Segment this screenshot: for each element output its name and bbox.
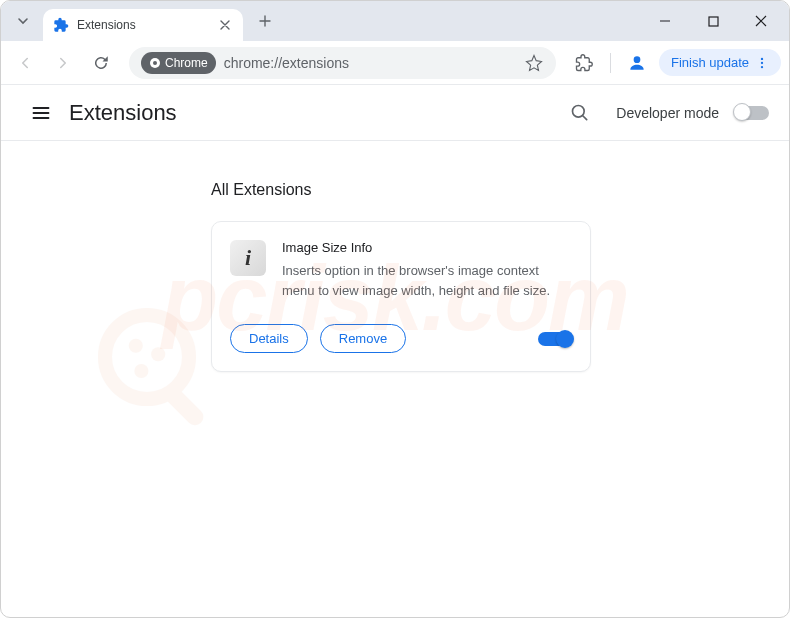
more-vert-icon xyxy=(755,56,769,70)
search-button[interactable] xyxy=(560,93,600,133)
finish-update-label: Finish update xyxy=(671,55,749,70)
profile-button[interactable] xyxy=(621,47,653,79)
extension-icon xyxy=(53,17,69,33)
svg-point-8 xyxy=(105,315,189,399)
extension-name: Image Size Info xyxy=(282,240,572,255)
chrome-icon xyxy=(149,57,161,69)
svg-point-11 xyxy=(151,347,165,361)
remove-button[interactable]: Remove xyxy=(320,324,406,353)
svg-point-10 xyxy=(129,339,143,353)
page-title: Extensions xyxy=(69,100,177,126)
url-text: chrome://extensions xyxy=(224,55,516,71)
browser-toolbar: Chrome chrome://extensions Finish update xyxy=(1,41,789,85)
close-icon xyxy=(755,15,767,27)
developer-mode-label: Developer mode xyxy=(616,105,719,121)
extension-description: Inserts option in the browser's image co… xyxy=(282,261,572,300)
hamburger-icon xyxy=(31,103,51,123)
bookmark-button[interactable] xyxy=(524,53,544,73)
close-window-button[interactable] xyxy=(741,6,781,36)
extension-item-icon: i xyxy=(230,240,266,276)
window-controls xyxy=(645,6,781,36)
close-icon xyxy=(220,20,230,30)
chrome-chip-label: Chrome xyxy=(165,56,208,70)
finish-update-button[interactable]: Finish update xyxy=(659,49,781,76)
svg-point-5 xyxy=(761,61,763,63)
extension-card: i Image Size Info Inserts option in the … xyxy=(211,221,591,372)
extensions-header: Extensions Developer mode xyxy=(1,85,789,141)
arrow-right-icon xyxy=(54,54,72,72)
menu-button[interactable] xyxy=(21,93,61,133)
minimize-button[interactable] xyxy=(645,6,685,36)
svg-point-2 xyxy=(153,61,157,65)
plus-icon xyxy=(259,15,271,27)
chrome-chip: Chrome xyxy=(141,52,216,74)
person-icon xyxy=(627,53,647,73)
svg-point-4 xyxy=(761,57,763,59)
separator xyxy=(610,53,611,73)
arrow-left-icon xyxy=(16,54,34,72)
forward-button[interactable] xyxy=(47,47,79,79)
minimize-icon xyxy=(659,15,671,27)
back-button[interactable] xyxy=(9,47,41,79)
search-icon xyxy=(570,103,590,123)
address-bar[interactable]: Chrome chrome://extensions xyxy=(129,47,556,79)
svg-rect-9 xyxy=(160,382,207,429)
reload-button[interactable] xyxy=(85,47,117,79)
developer-mode-toggle[interactable] xyxy=(735,106,769,120)
chevron-down-icon xyxy=(17,15,29,27)
tabs-dropdown-button[interactable] xyxy=(9,7,37,35)
svg-rect-0 xyxy=(709,17,718,26)
tab-close-button[interactable] xyxy=(217,17,233,33)
svg-point-3 xyxy=(634,56,641,63)
extensions-content: pcrisk.com All Extensions i Image Size I… xyxy=(1,141,789,412)
window-titlebar: Extensions xyxy=(1,1,789,41)
details-button[interactable]: Details xyxy=(230,324,308,353)
extensions-button[interactable] xyxy=(568,47,600,79)
svg-point-6 xyxy=(761,65,763,67)
maximize-icon xyxy=(708,16,719,27)
extension-enable-toggle[interactable] xyxy=(538,332,572,346)
watermark-icon xyxy=(91,301,231,441)
puzzle-icon xyxy=(575,54,593,72)
reload-icon xyxy=(92,54,110,72)
new-tab-button[interactable] xyxy=(251,7,279,35)
star-icon xyxy=(525,54,543,72)
maximize-button[interactable] xyxy=(693,6,733,36)
svg-point-12 xyxy=(134,364,148,378)
tab-title: Extensions xyxy=(77,18,217,32)
browser-tab[interactable]: Extensions xyxy=(43,9,243,41)
all-extensions-label: All Extensions xyxy=(211,181,729,199)
toggle-knob xyxy=(733,103,751,121)
